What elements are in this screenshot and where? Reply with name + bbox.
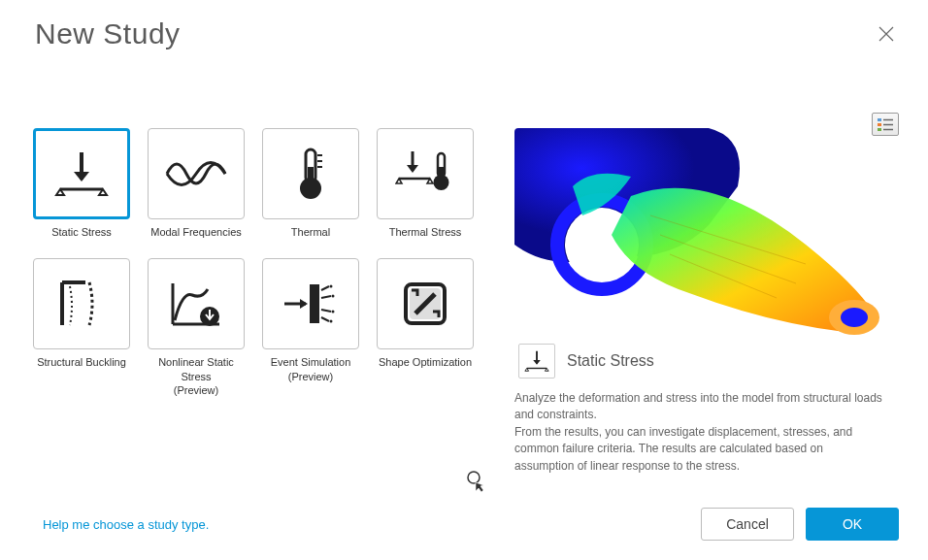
svg-point-14 xyxy=(330,320,333,323)
study-label: Thermal Stress xyxy=(389,225,462,239)
study-static-stress[interactable]: Static Stress xyxy=(31,128,132,239)
svg-rect-8 xyxy=(439,167,444,181)
dialog-content: Static Stress Modal Frequencies xyxy=(0,50,928,475)
study-modal-frequencies[interactable]: Modal Frequencies xyxy=(146,128,247,239)
preview-pane: Static Stress Analyze the deformation an… xyxy=(514,128,899,475)
close-icon xyxy=(878,25,895,43)
svg-point-11 xyxy=(330,285,333,288)
help-link[interactable]: Help me choose a study type. xyxy=(43,517,209,532)
preview-image xyxy=(514,128,883,351)
study-nonlinear-static-stress[interactable]: Nonlinear Static Stress (Preview) xyxy=(146,258,247,397)
static-stress-icon xyxy=(523,347,550,375)
study-event-simulation[interactable]: Event Simulation (Preview) xyxy=(260,258,361,397)
modal-frequencies-icon xyxy=(165,149,227,198)
study-tile xyxy=(377,128,474,219)
study-label: Modal Frequencies xyxy=(150,225,242,239)
dialog-title: New Study xyxy=(35,17,181,50)
svg-point-26 xyxy=(841,308,868,327)
dialog-footer: Help me choose a study type. Cancel OK xyxy=(0,508,928,541)
study-label: Nonlinear Static Stress (Preview) xyxy=(146,355,247,397)
svg-rect-2 xyxy=(308,167,314,184)
button-row: Cancel OK xyxy=(701,508,899,541)
static-stress-icon xyxy=(52,145,111,203)
study-label: Structural Buckling xyxy=(37,355,126,369)
study-type-grid: Static Stress Modal Frequencies xyxy=(31,128,476,475)
shape-optimization-icon xyxy=(400,279,450,329)
thermal-icon xyxy=(291,146,330,202)
study-tile xyxy=(262,258,359,349)
study-label: Thermal xyxy=(291,225,330,239)
study-shape-optimization[interactable]: Shape Optimization xyxy=(375,258,476,397)
new-study-dialog: New Study Static Stress xyxy=(0,0,928,560)
study-thermal[interactable]: Thermal xyxy=(260,128,361,239)
study-label: Shape Optimization xyxy=(379,355,472,369)
study-tile xyxy=(377,258,474,349)
study-thermal-stress[interactable]: Thermal Stress xyxy=(375,128,476,239)
detail-name: Static Stress xyxy=(567,352,654,370)
thermal-stress-icon xyxy=(395,148,455,200)
dialog-header: New Study xyxy=(0,0,928,50)
study-label: Event Simulation (Preview) xyxy=(271,355,351,383)
svg-point-13 xyxy=(332,311,335,313)
close-button[interactable] xyxy=(874,21,899,47)
study-tile xyxy=(262,128,359,219)
study-tile xyxy=(33,258,130,349)
study-tile xyxy=(148,258,245,349)
svg-rect-19 xyxy=(878,123,881,126)
svg-point-12 xyxy=(332,295,335,298)
nonlinear-static-stress-icon xyxy=(167,278,225,330)
structural-buckling-icon xyxy=(56,277,107,331)
cancel-button[interactable]: Cancel xyxy=(701,508,794,541)
study-tile xyxy=(33,128,130,219)
study-label: Static Stress xyxy=(51,225,112,239)
event-simulation-icon xyxy=(281,280,341,327)
svg-rect-17 xyxy=(878,118,881,121)
svg-rect-10 xyxy=(310,284,319,323)
ok-button[interactable]: OK xyxy=(806,508,899,541)
study-structural-buckling[interactable]: Structural Buckling xyxy=(31,258,132,397)
detail-description: Analyze the deformation and stress into … xyxy=(514,390,883,475)
study-tile xyxy=(148,128,245,219)
